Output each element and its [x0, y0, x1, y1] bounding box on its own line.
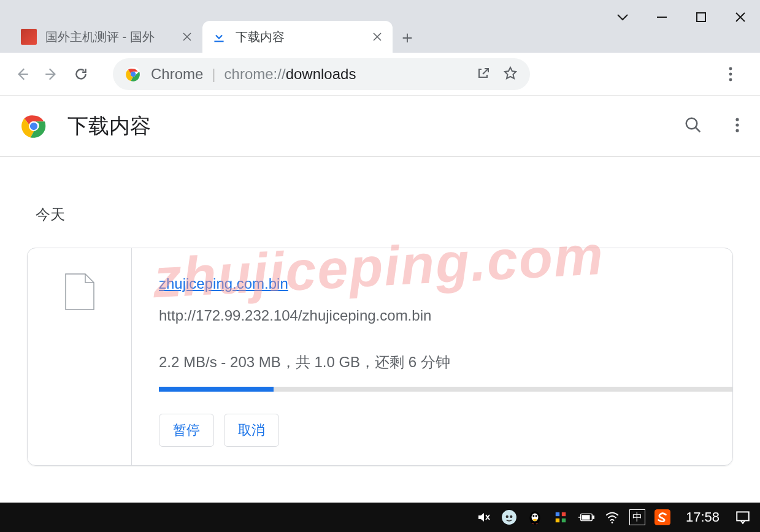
qq-tray-icon[interactable]: [526, 509, 543, 526]
more-menu-icon[interactable]: [735, 117, 739, 135]
notifications-icon[interactable]: [734, 509, 751, 526]
new-tab-button[interactable]: [393, 23, 422, 53]
svg-point-12: [735, 123, 739, 126]
download-item: zhujiceping.com.bin http://172.99.232.10…: [27, 248, 733, 466]
file-icon: [64, 273, 95, 311]
svg-point-14: [502, 510, 516, 525]
separator: |: [212, 66, 215, 83]
omnibox-content: Chrome | chrome://downloads: [151, 66, 356, 83]
close-tab-icon[interactable]: [370, 30, 384, 44]
page-title: 下载内容: [67, 112, 151, 140]
page-header: 下载内容: [0, 96, 760, 157]
svg-rect-22: [556, 512, 559, 516]
reload-button[interactable]: [66, 59, 96, 89]
svg-rect-24: [556, 519, 559, 522]
svg-rect-25: [562, 519, 566, 522]
window-title-bar: 国外主机测评 - 国外 下载内容: [0, 0, 760, 53]
svg-point-21: [533, 519, 537, 521]
progress-bar: [159, 387, 732, 392]
svg-point-4: [729, 67, 732, 70]
svg-point-20: [535, 515, 537, 517]
svg-point-13: [735, 129, 739, 132]
svg-point-6: [729, 78, 732, 81]
svg-rect-27: [593, 515, 594, 519]
close-window-button[interactable]: [721, 0, 760, 34]
chrome-menu-button[interactable]: [716, 59, 745, 89]
download-details: zhujiceping.com.bin http://172.99.232.10…: [132, 248, 732, 465]
section-label: 今天: [36, 205, 733, 224]
tab-title: 下载内容: [236, 29, 364, 45]
ime-indicator[interactable]: 中: [629, 509, 645, 525]
svg-point-10: [686, 118, 697, 129]
back-button[interactable]: [7, 59, 37, 89]
favicon-icon: [21, 29, 37, 45]
cancel-button[interactable]: 取消: [224, 414, 279, 447]
close-tab-icon[interactable]: [180, 30, 194, 44]
svg-rect-31: [737, 512, 749, 520]
minimize-button[interactable]: [642, 0, 681, 34]
file-icon-area: [28, 248, 132, 465]
chevron-down-icon[interactable]: [603, 0, 642, 34]
progress-fill: [159, 387, 274, 392]
share-icon[interactable]: [476, 66, 491, 83]
app-tray-icon-2[interactable]: [552, 509, 569, 526]
omnibox-chip: Chrome: [151, 66, 203, 83]
volume-muted-icon[interactable]: [475, 509, 492, 526]
tab-2-active[interactable]: 下载内容: [202, 21, 393, 53]
svg-point-15: [506, 515, 509, 518]
chrome-logo-icon: [21, 113, 47, 139]
window-controls: [603, 0, 760, 34]
omnibox[interactable]: Chrome | chrome://downloads: [113, 58, 530, 90]
tab-1[interactable]: 国外主机测评 - 国外: [12, 21, 202, 53]
omnibox-url: chrome://downloads: [225, 66, 356, 83]
taskbar-clock[interactable]: 17:58: [686, 509, 720, 525]
chrome-chip-icon: [125, 66, 141, 82]
svg-point-29: [612, 522, 613, 523]
svg-rect-0: [697, 13, 705, 21]
svg-point-19: [532, 515, 534, 517]
download-status: 2.2 MB/s - 203 MB，共 1.0 GB，还剩 6 分钟: [159, 352, 732, 372]
bookmark-star-icon[interactable]: [503, 66, 518, 83]
forward-button[interactable]: [37, 59, 66, 89]
windows-taskbar: 中 17:58: [0, 503, 760, 532]
pause-button[interactable]: 暂停: [159, 414, 214, 447]
wifi-icon[interactable]: [604, 509, 621, 526]
search-icon[interactable]: [684, 116, 702, 137]
tab-title: 国外主机测评 - 国外: [45, 29, 174, 45]
battery-icon[interactable]: [578, 509, 595, 526]
download-url: http://172.99.232.104/zhujiceping.com.bi…: [159, 307, 732, 324]
svg-point-11: [735, 118, 739, 121]
maximize-button[interactable]: [681, 0, 721, 34]
download-icon: [211, 29, 227, 45]
download-filename-link[interactable]: zhujiceping.com.bin: [159, 275, 732, 292]
app-tray-icon-1[interactable]: [501, 509, 518, 526]
svg-point-16: [510, 515, 512, 518]
downloads-content: zhujiceping.com 今天 zhujiceping.com.bin h…: [0, 205, 760, 466]
sogou-tray-icon[interactable]: [654, 509, 671, 526]
svg-point-9: [30, 122, 37, 129]
address-bar: Chrome | chrome://downloads: [0, 53, 760, 96]
svg-point-5: [729, 72, 732, 75]
svg-rect-28: [582, 515, 589, 519]
download-actions: 暂停 取消: [159, 414, 732, 447]
svg-rect-23: [562, 512, 566, 516]
